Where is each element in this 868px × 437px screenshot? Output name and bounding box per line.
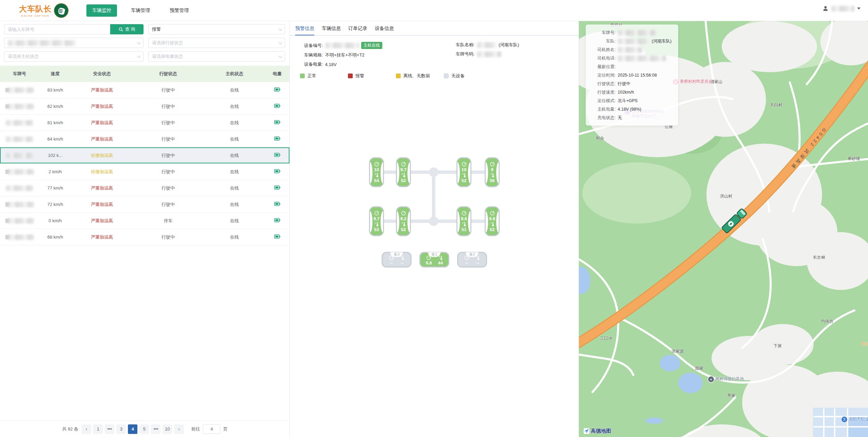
page-button-4[interactable]: 4 bbox=[128, 424, 137, 434]
tire-temp-value: 52 bbox=[462, 178, 466, 183]
tire-wheel-4[interactable]: 956轮4 bbox=[485, 157, 500, 187]
village-committee-poi[interactable]: ★黄桥村村民委员会 bbox=[673, 79, 713, 85]
popup-label: 充电状态: bbox=[588, 114, 616, 122]
speed-cell: 83 km/h bbox=[39, 87, 71, 93]
thermometer-icon bbox=[401, 222, 406, 227]
page-button-5[interactable]: 5 bbox=[139, 424, 149, 434]
search-button[interactable]: 查 询 bbox=[110, 24, 144, 34]
vehicle-row-4[interactable]: 102 k...轻微胎温高行驶中在线 bbox=[0, 147, 289, 164]
plate-blurred bbox=[6, 136, 33, 142]
map-panel[interactable]: G0422 武深高速 车牌号:车队:(河南车队)司机姓名:司机电话:最新位置:定… bbox=[579, 21, 868, 437]
legend-swatch bbox=[348, 74, 353, 78]
next-page-button[interactable]: › bbox=[174, 424, 184, 434]
nav-tab-1[interactable]: 车辆管理 bbox=[125, 4, 156, 17]
col-header-4: 主机状态 bbox=[204, 71, 265, 77]
pressure-gauge-icon bbox=[374, 211, 379, 216]
battery-status-select[interactable]: 请选择电量状态 bbox=[148, 51, 285, 62]
speed-cell: 2 km/h bbox=[39, 169, 71, 174]
speed-cell: 77 km/h bbox=[39, 185, 71, 191]
detail-tab-1[interactable]: 车辆信息 bbox=[322, 22, 341, 35]
detail-tab-3[interactable]: 设备信息 bbox=[375, 22, 394, 35]
vehicle-row-3[interactable]: 64 km/h严重胎温高行驶中在线 bbox=[0, 131, 289, 147]
detail-tabs: 预警信息车辆信息订单记录设备信息 bbox=[290, 21, 579, 36]
map-label-陈家: 陈家 bbox=[695, 366, 703, 371]
vehicle-row-1[interactable]: 浙62 km/h严重胎温高行驶中在线 bbox=[0, 98, 289, 115]
vehicle-row-6[interactable]: 77 km/h严重胎温高行驶中在线 bbox=[0, 180, 289, 196]
tire-wheel-3[interactable]: 1052轮3 bbox=[456, 157, 471, 187]
school-poi[interactable]: 文浏阳市职业中 bbox=[841, 417, 868, 422]
popup-value: 2025-10-11 15:56:08 bbox=[618, 71, 657, 80]
village-committee-poi-text: 黄桥村村民委员会 bbox=[680, 79, 713, 84]
battery-cell bbox=[265, 153, 289, 158]
popup-label: 定位模式: bbox=[588, 97, 616, 105]
plate-blurred bbox=[7, 218, 34, 224]
safety-status-cell: 严重胎温高 bbox=[71, 120, 133, 126]
spare-tire-备3[interactable]: 备3---- bbox=[382, 252, 412, 268]
tire-temp-value: 52 bbox=[490, 227, 495, 232]
thermometer-icon bbox=[401, 173, 406, 178]
vehicle-row-0[interactable]: 浙83 km/h严重胎温高行驶中在线 bbox=[0, 82, 289, 98]
detail-tab-2[interactable]: 订单记录 bbox=[348, 22, 367, 35]
user-menu[interactable] bbox=[822, 5, 861, 12]
goto-page-input[interactable] bbox=[203, 424, 220, 434]
vehicle-row-5[interactable]: 浙2 km/h轻微胎温高行驶中在线 bbox=[0, 164, 289, 180]
fleet-select[interactable] bbox=[4, 38, 144, 48]
plate-blurred bbox=[7, 169, 34, 175]
safety-status-cell: 严重胎温高 bbox=[71, 103, 133, 110]
nav-tab-2[interactable]: 预警管理 bbox=[164, 4, 195, 17]
host-status-select[interactable]: 请选择主机状态 bbox=[4, 51, 144, 62]
tire-wheel-7[interactable]: 9.651轮7 bbox=[456, 206, 471, 236]
page-button-3[interactable]: 3 bbox=[116, 424, 126, 434]
driving-status-cell: 行驶中 bbox=[133, 136, 204, 142]
tire-wheel-5[interactable]: 9.753轮5 bbox=[369, 206, 384, 236]
popup-value: 无 bbox=[618, 114, 622, 122]
pressure-gauge-icon bbox=[374, 162, 379, 167]
spare-tire-备2[interactable]: 备2---- bbox=[457, 252, 487, 268]
fishing-base-poi[interactable]: ●枫树塘垂钓基地 bbox=[708, 376, 744, 382]
plate-blurred bbox=[6, 153, 33, 158]
page-ellipsis: ••• bbox=[105, 424, 114, 434]
page-button-10[interactable]: 10 bbox=[163, 424, 172, 434]
pressure-gauge-icon bbox=[401, 211, 406, 216]
device-no-blurred bbox=[325, 43, 359, 48]
user-icon bbox=[822, 5, 829, 12]
tire-wheel-8[interactable]: 9.852轮8 bbox=[485, 206, 500, 236]
vehicle-table-header: 车牌号速度安全状态行驶状态主机状态电量 bbox=[0, 66, 289, 82]
vehicle-row-9[interactable]: 浙68 km/h严重胎温高行驶中在线 bbox=[0, 229, 289, 245]
detail-tab-0[interactable]: 预警信息 bbox=[295, 22, 314, 35]
popup-value-text: 无 bbox=[618, 114, 622, 122]
spare-temp-value: 44 bbox=[438, 261, 443, 265]
battery-cell bbox=[265, 185, 289, 191]
tire-wheel-2[interactable]: 9.752轮2 bbox=[396, 157, 411, 187]
tire-wheel-6[interactable]: 9.252轮6 bbox=[396, 206, 411, 236]
plate-blurred bbox=[7, 87, 34, 93]
amap-logo-text: 高德地图 bbox=[591, 428, 611, 434]
vehicle-row-8[interactable]: 浙0 km/h严重胎温高停车在线 bbox=[0, 213, 289, 229]
safety-status-cell: 严重胎温高 bbox=[71, 218, 133, 224]
thermometer-icon bbox=[438, 255, 443, 260]
popup-value: (河南车队) bbox=[618, 37, 671, 46]
tire-wheel-1[interactable]: 1054轮1 bbox=[369, 157, 384, 187]
plate-search-input[interactable] bbox=[4, 24, 110, 34]
vehicle-row-2[interactable]: 81 km/h严重胎温高行驶中在线 bbox=[0, 115, 289, 131]
popup-value bbox=[618, 54, 666, 63]
spare-tire-备1[interactable]: 备19.844 bbox=[419, 252, 449, 268]
driving-status-select[interactable]: 请选择行驶状态 bbox=[148, 38, 285, 48]
tire-pressure-value: 10 bbox=[374, 167, 379, 172]
school-poi-text: 浏阳市职业中 bbox=[849, 417, 868, 421]
alarm-type-select[interactable]: 报警 bbox=[148, 24, 285, 34]
popup-row-3: 司机电话: bbox=[588, 54, 674, 63]
map-label-老仙: 老仙 bbox=[861, 341, 868, 347]
vehicle-row-7[interactable]: 浙72 km/h严重胎温高行驶中在线 bbox=[0, 196, 289, 213]
campus-area bbox=[813, 408, 868, 437]
map-label-寻家: 寻家 bbox=[727, 393, 735, 399]
page-button-1[interactable]: 1 bbox=[93, 424, 103, 434]
popup-row-8: 定位模式:北斗+GPS bbox=[588, 97, 674, 105]
nav-tab-0[interactable]: 车辆监控 bbox=[86, 4, 117, 17]
driving-status-cell: 行驶中 bbox=[133, 201, 204, 208]
popup-row-0: 车牌号: bbox=[588, 29, 674, 37]
fist-logo-icon bbox=[53, 2, 69, 19]
popup-value-text: 4.18V (98%) bbox=[618, 105, 641, 114]
prev-page-button[interactable]: ‹ bbox=[82, 424, 91, 434]
safety-status-cell: 严重胎温高 bbox=[71, 185, 133, 191]
